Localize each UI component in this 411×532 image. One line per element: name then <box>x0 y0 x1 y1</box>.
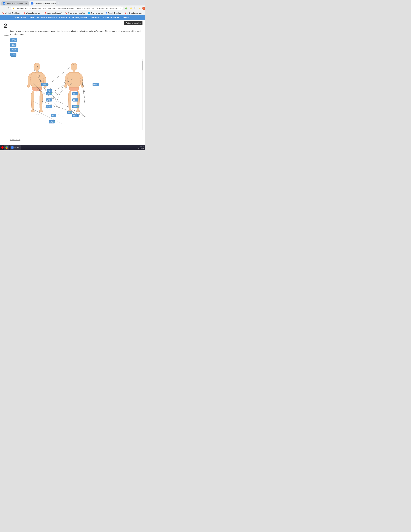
tab-2[interactable]: ? Question 2 – Chapter 16 Assign... ✕ <box>29 1 56 6</box>
bookmarks-more[interactable]: » <box>145 12 145 14</box>
svg-text:4½%: 4½% <box>47 105 50 107</box>
placed-label-back-arm-left[interactable]: 4½% ✓ <box>72 105 78 108</box>
points-text: points <box>4 35 9 37</box>
placed-label-front-neck[interactable]: 9% ✓ <box>47 89 52 92</box>
back-button[interactable]: ← <box>1 6 4 10</box>
svg-text:18%: 18% <box>47 99 50 101</box>
svg-text:✓: ✓ <box>77 99 78 101</box>
bookmark-aham[interactable]: 🌐 أهم من الذكاء |... <box>87 12 104 14</box>
bookmark-mindset-favicon: 🔖 <box>2 12 4 14</box>
bookmark-tarika-label: طريقة تفكير: سيكو... <box>26 12 41 14</box>
question-container: Return to question 2 1 points Drag the c… <box>0 20 145 145</box>
bookmark-google-translate[interactable]: G Google Translate <box>105 12 122 14</box>
taskbar-time: 12:00 <box>140 146 144 148</box>
extension-folder-icon[interactable]: 📁 <box>129 6 133 10</box>
placed-label-back-head[interactable]: 4½% ✓ <box>93 83 99 86</box>
tab-1-label: connected.mcgraw-hill.com - Ya... <box>6 2 29 4</box>
placed-label-front-genitalia[interactable]: 1% ✓ <box>67 111 72 114</box>
scrollbar-track[interactable] <box>142 59 143 130</box>
bookmark-mindset[interactable]: 🔖 Mindset: The New... <box>1 12 21 14</box>
taskbar-item-1[interactable]: Chrome <box>10 145 21 150</box>
new-tab-button[interactable]: + <box>57 1 61 5</box>
bookmark-idara[interactable]: 🔖 الإدارة والقيادة عبر الـ... <box>64 12 86 14</box>
taskbar-chrome[interactable] <box>4 145 9 150</box>
extension-puzzle-icon[interactable]: 🧩 <box>124 6 128 10</box>
url-text: ezto.mheducation.com/ext/map/index.html?… <box>16 7 119 9</box>
answer-option-9-label: 9% <box>12 54 15 56</box>
placed-label-front-belly[interactable]: 18% ✓ <box>46 98 52 101</box>
placed-label-front-head[interactable]: 4½% ✓ <box>41 83 47 86</box>
svg-text:✓: ✓ <box>50 90 51 92</box>
tab-1[interactable]: M connected.mcgraw-hill.com - Ya... ✕ <box>1 1 29 6</box>
answer-option-4half-label: 4½% <box>12 49 16 51</box>
placed-label-back-leg-left[interactable]: 9% ✓ <box>72 114 77 117</box>
taskbar-item-1-icon <box>11 146 14 149</box>
placed-label-front-arm[interactable]: 4½% ✓ <box>46 105 52 108</box>
points-label: 1 points <box>4 33 9 37</box>
svg-text:✓: ✓ <box>51 99 52 101</box>
placed-label-front-chest[interactable]: 18% ✓ <box>46 92 52 95</box>
answer-option-18-label: 18% <box>12 39 16 41</box>
answer-option-1-label: 1% <box>12 44 15 46</box>
bookmark-mindset-label: Mindset: The New... <box>5 12 20 14</box>
extension-icons: 🧩 📁 🛡 ⚡ F ⋮ <box>124 6 145 10</box>
tab-2-label: Question 2 – Chapter 16 Assign... <box>34 2 56 4</box>
svg-text:✓: ✓ <box>77 105 78 107</box>
svg-text:18%: 18% <box>47 93 50 95</box>
svg-text:✓: ✓ <box>70 111 72 113</box>
nav-bar: ← → ↻ 🔒 ezto.mheducation.com/ext/map/ind… <box>0 6 145 11</box>
scrollbar-thumb[interactable] <box>142 61 143 70</box>
svg-point-4 <box>31 110 35 112</box>
bookmark-tarika-favicon: 🔖 <box>24 12 26 14</box>
svg-text:✓: ✓ <box>75 115 77 116</box>
bookmark-tarika[interactable]: 🔖 طريقة تفكير: سيكو... <box>23 12 42 14</box>
chrome-taskbar-icon <box>6 146 8 149</box>
extension-lightning-icon[interactable]: ⚡ <box>138 6 142 10</box>
taskbar-clock: 12:00 1/1/2024 <box>138 146 144 149</box>
placed-label-front-leftleg[interactable]: 9% ✓ <box>51 114 56 117</box>
svg-text:18%: 18% <box>73 99 76 101</box>
browser-chrome: M connected.mcgraw-hill.com - Ya... ✕ ? … <box>0 0 145 15</box>
svg-point-20 <box>76 110 80 112</box>
svg-rect-16 <box>73 70 75 72</box>
svg-text:✓: ✓ <box>97 84 98 86</box>
bookmark-gt-label: Google Translate <box>108 12 121 14</box>
placed-label-back-mid-left[interactable]: 18% ✓ <box>72 98 78 101</box>
bookmark-aham-favicon: 🌐 <box>88 12 90 14</box>
svg-text:1%: 1% <box>68 111 70 113</box>
bookmark-tarika2-favicon: 🔖 <box>124 12 126 14</box>
forward-button[interactable]: → <box>5 6 7 10</box>
bookmark-tarika2[interactable]: 🔖 طريقة تفكير: طري... <box>123 12 143 14</box>
content-area: Check my work mode : This shows what is … <box>0 15 145 145</box>
placed-label-front-lower-leg[interactable]: 18% ✓ <box>49 120 55 123</box>
browser-window: M connected.mcgraw-hill.com - Ya... ✕ ? … <box>0 0 145 150</box>
profile-initial: F <box>143 7 145 9</box>
bookmark-fasl-favicon: 🔖 <box>45 12 47 14</box>
return-to-question-button[interactable]: Return to question <box>124 21 142 25</box>
svg-line-27 <box>82 79 85 108</box>
svg-text:✓: ✓ <box>77 93 78 95</box>
tab-1-favicon: M <box>3 2 5 5</box>
address-bar[interactable]: 🔒 ezto.mheducation.com/ext/map/index.htm… <box>11 6 123 10</box>
answer-option-1[interactable]: 1% <box>10 43 17 47</box>
bookmark-fasl[interactable]: 🔖 الفصل بالنسبة عقلية <box>44 12 63 14</box>
reload-icon: ↻ <box>8 7 10 10</box>
svg-text:9%: 9% <box>52 115 54 116</box>
body-diagram-svg: Front <box>10 59 101 133</box>
placed-label-back-upper-left[interactable]: 18% ✓ <box>72 92 78 95</box>
answer-options: 18% 1% 4½% 9% <box>10 38 141 57</box>
answer-option-4half[interactable]: 4½% <box>10 48 18 52</box>
reload-button[interactable]: ↻ <box>8 6 10 10</box>
svg-point-2 <box>28 85 30 88</box>
answer-option-18[interactable]: 18% <box>10 38 17 42</box>
tab-bar: M connected.mcgraw-hill.com - Ya... ✕ ? … <box>0 0 145 6</box>
tab-2-favicon: ? <box>31 2 33 5</box>
profile-button[interactable]: F <box>142 7 145 10</box>
diagram-section: Front <box>10 59 141 134</box>
bookmark-gt-favicon: G <box>106 12 107 14</box>
taskbar-items: Chrome <box>10 145 138 150</box>
forward-icon: → <box>5 7 7 10</box>
answer-option-9[interactable]: 9% <box>10 53 17 57</box>
info-bar: Check my work mode : This shows what is … <box>0 15 145 20</box>
extension-shield-icon[interactable]: 🛡 <box>133 6 137 10</box>
